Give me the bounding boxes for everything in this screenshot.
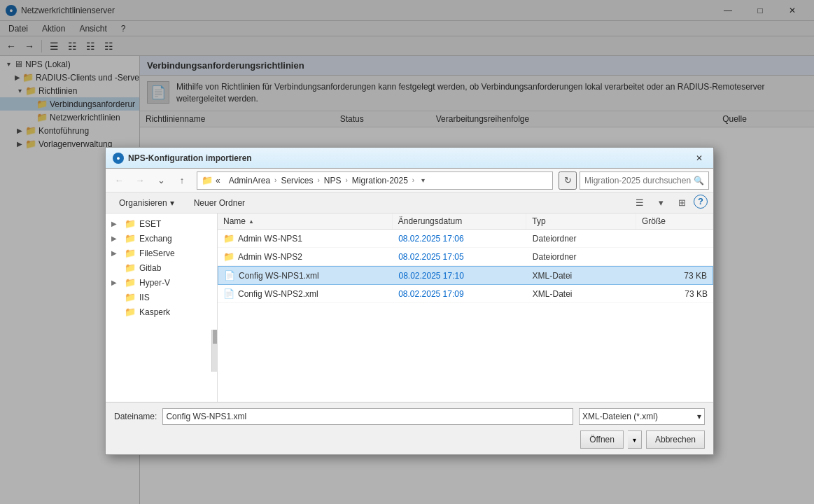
file-row-nps2-xml[interactable]: 📄 Config WS-NPS2.xml 08.02.2025 17:09 XM… (218, 285, 713, 303)
search-input[interactable] (584, 176, 691, 186)
col-name-label: Name (223, 216, 246, 226)
dialog-title-bar: ● NPS-Konfiguration importieren ✕ (106, 148, 713, 169)
search-box: 🔍 (580, 172, 709, 190)
view-details-button[interactable]: ▾ (652, 195, 670, 211)
folder-icon: 📁 (125, 218, 136, 229)
expander-icon: ▶ (111, 234, 121, 242)
sidebar-label: FileServe (139, 248, 175, 258)
file-name-label: Admin WS-NPS2 (238, 252, 302, 262)
expander-icon: ▶ (111, 220, 121, 227)
sidebar-item-gitlab[interactable]: 📁 Gitlab (106, 260, 217, 275)
filetype-dropdown-icon: ▾ (697, 412, 701, 421)
sidebar-item-fileserver[interactable]: ▶ 📁 FileServe (106, 246, 217, 260)
file-date-cell: 08.02.2025 17:09 (393, 288, 527, 300)
file-type-cell: XML-Datei (527, 288, 637, 300)
buttons-row: Öffnen ▾ Abbrechen (114, 430, 705, 449)
file-name-cell: 📄 Config WS-NPS1.xml (218, 269, 393, 282)
file-row-nps2-folder[interactable]: 📁 Admin WS-NPS2 08.02.2025 17:05 Dateior… (218, 248, 713, 266)
filename-row: Dateiname: XML-Dateien (*.xml) ▾ (114, 408, 705, 425)
folder-icon: 📁 (125, 292, 136, 302)
search-icon: 🔍 (694, 176, 704, 186)
folder-icon: 📁 (125, 277, 136, 288)
organize-arrow: ▾ (170, 198, 174, 208)
file-size-cell: 73 KB (636, 288, 713, 300)
sidebar-item-exchange[interactable]: ▶ 📁 Exchang (106, 231, 217, 246)
expander-icon: ▶ (111, 279, 121, 286)
file-date-cell: 08.02.2025 17:05 (393, 251, 527, 263)
breadcrumb-sep3: › (317, 176, 319, 184)
breadcrumb-migration[interactable]: Migration-2025 (352, 176, 408, 186)
dialog-sidebar: ▶ 📁 ESET ▶ 📁 Exchang ▶ 📁 FileServe 📁 (106, 214, 218, 402)
dialog-toolbar: Organisieren ▾ Neuer Ordner ☰ ▾ ⊞ ? (106, 192, 713, 214)
file-name-cell: 📁 Admin WS-NPS1 (218, 232, 393, 245)
col-type[interactable]: Typ (526, 214, 636, 229)
address-bar[interactable]: 📁 « AdminArea › Services › NPS › Migrati… (197, 172, 553, 190)
view-large-button[interactable]: ⊞ (673, 195, 691, 211)
col-size[interactable]: Größe (636, 214, 713, 229)
dialog-icon: ● (113, 153, 124, 164)
dialog-title: NPS-Konfiguration importieren (128, 153, 252, 163)
address-dropdown-icon[interactable]: ▾ (421, 176, 425, 184)
breadcrumb-adminarea[interactable]: « (216, 176, 220, 186)
breadcrumb-sep4: › (345, 176, 347, 184)
sidebar-item-kaspersky[interactable]: 📁 Kasperk (106, 304, 217, 319)
file-date-cell: 08.02.2025 17:10 (393, 270, 526, 282)
new-folder-label: Neuer Ordner (194, 198, 245, 208)
filetype-label: XML-Dateien (*.xml) (582, 412, 658, 421)
breadcrumb-nps[interactable]: NPS (324, 176, 342, 186)
dialog-bottom: Dateiname: XML-Dateien (*.xml) ▾ Öffnen … (106, 402, 713, 454)
xml-file-icon: 📄 (224, 270, 235, 281)
sidebar-label: Kasperk (139, 307, 170, 317)
folder-icon: 📁 (223, 233, 234, 244)
dialog-main: Name ▲ Änderungsdatum Typ Größe (218, 214, 713, 402)
view-list-button[interactable]: ☰ (631, 195, 649, 211)
new-folder-button[interactable]: Neuer Ordner (186, 195, 253, 211)
help-button[interactable]: ? (694, 195, 708, 209)
filetype-select[interactable]: XML-Dateien (*.xml) ▾ (579, 408, 705, 425)
file-row-nps1-folder[interactable]: 📁 Admin WS-NPS1 08.02.2025 17:06 Dateior… (218, 230, 713, 248)
file-name-label: Config WS-NPS1.xml (239, 271, 319, 281)
folder-icon: 📁 (125, 262, 136, 273)
dialog-close-button[interactable]: ✕ (692, 151, 706, 165)
scrollbar[interactable] (211, 330, 217, 372)
nav-back-button[interactable]: ← (110, 172, 128, 190)
refresh-button[interactable]: ↻ (559, 172, 577, 190)
open-label: Öffnen (589, 435, 615, 444)
xml-file-icon: 📄 (223, 288, 234, 299)
file-name-label: Config WS-NPS2.xml (238, 289, 318, 299)
file-list-header: Name ▲ Änderungsdatum Typ Größe (218, 214, 713, 230)
file-row-nps1-xml[interactable]: 📄 Config WS-NPS1.xml 08.02.2025 17:10 XM… (218, 266, 713, 285)
col-name[interactable]: Name ▲ (218, 214, 393, 229)
filename-input[interactable] (162, 408, 573, 425)
file-date-cell: 08.02.2025 17:06 (393, 232, 527, 245)
folder-icon: 📁 (125, 248, 136, 258)
file-name-label: Admin WS-NPS1 (238, 234, 302, 244)
nav-up-button[interactable]: ↑ (173, 172, 191, 190)
sidebar-item-iis[interactable]: 📁 IIS (106, 290, 217, 304)
cancel-button[interactable]: Abbrechen (646, 430, 705, 449)
sidebar-item-hyperv[interactable]: ▶ 📁 Hyper-V (106, 275, 217, 290)
breadcrumb-adminarea-text[interactable]: AdminArea (229, 176, 270, 186)
address-folder-icon: 📁 (202, 175, 213, 186)
filename-label: Dateiname: (114, 412, 157, 421)
file-name-cell: 📁 Admin WS-NPS2 (218, 250, 393, 263)
nav-forward-button[interactable]: → (131, 172, 149, 190)
breadcrumb-services[interactable]: Services (281, 176, 313, 186)
dialog-overlay: ● NPS-Konfiguration importieren ✕ ← → ⌄ … (0, 0, 814, 504)
organize-button[interactable]: Organisieren ▾ (111, 195, 182, 211)
file-size-cell (636, 237, 713, 240)
open-dropdown-button[interactable]: ▾ (628, 430, 642, 449)
file-name-cell: 📄 Config WS-NPS2.xml (218, 287, 393, 300)
nav-down-button[interactable]: ⌄ (152, 172, 170, 190)
col-size-label: Größe (642, 216, 666, 226)
open-button[interactable]: Öffnen (580, 430, 624, 449)
col-date-label: Änderungsdatum (398, 216, 462, 226)
sidebar-item-eset[interactable]: ▶ 📁 ESET (106, 216, 217, 231)
cancel-label: Abbrechen (655, 435, 696, 444)
col-date[interactable]: Änderungsdatum (393, 214, 527, 229)
sort-arrow: ▲ (248, 218, 254, 225)
folder-icon: 📁 (125, 307, 136, 317)
sidebar-label: Exchang (139, 234, 172, 244)
breadcrumb-sep5: › (412, 176, 414, 184)
sidebar-label: ESET (139, 219, 161, 229)
